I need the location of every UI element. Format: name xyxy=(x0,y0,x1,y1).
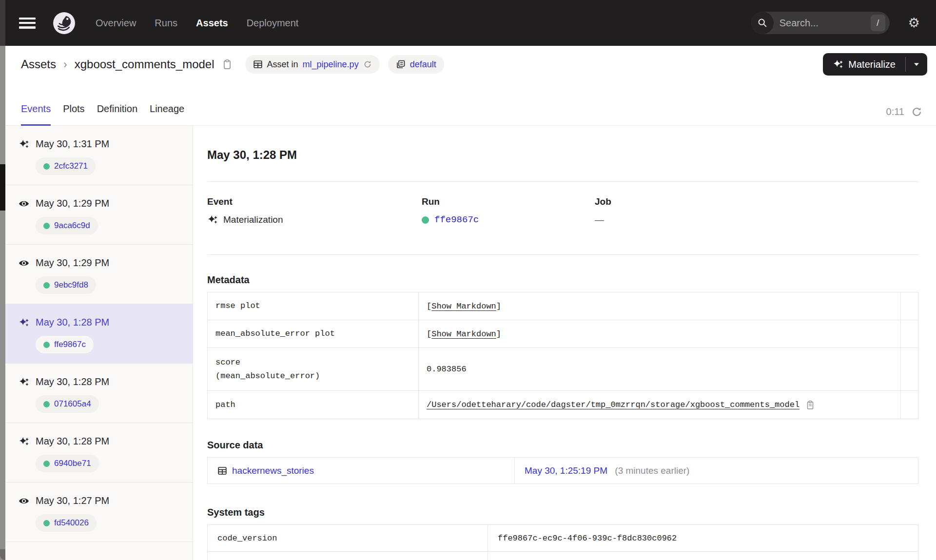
copy-asset-name-icon[interactable] xyxy=(222,59,233,70)
event-time: May 30, 1:28 PM xyxy=(36,436,109,447)
search-shortcut-key: / xyxy=(871,15,885,31)
observation-eye-icon xyxy=(19,496,29,506)
run-status-dot xyxy=(43,282,50,289)
search-icon xyxy=(751,12,774,34)
search-input[interactable] xyxy=(774,18,871,29)
run-status-dot xyxy=(43,461,50,467)
system-tags-heading: System tags xyxy=(207,507,918,518)
repo-default-link[interactable]: default xyxy=(410,59,436,70)
run-status-dot xyxy=(43,223,50,229)
tab-events[interactable]: Events xyxy=(21,103,51,126)
dagster-logo[interactable] xyxy=(52,11,76,35)
observation-eye-icon xyxy=(19,198,29,209)
metadata-table: rmse plot [Show Markdown] mean_absolute_… xyxy=(207,292,918,419)
source-data-heading: Source data xyxy=(207,440,918,451)
copy-path-icon[interactable] xyxy=(805,400,815,410)
asset-table-icon xyxy=(217,466,227,476)
show-markdown-link[interactable]: [Show Markdown] xyxy=(427,329,501,339)
event-list-item[interactable]: May 30, 1:28 PM 6940be71 xyxy=(5,423,193,483)
refresh-countdown: 0:11 xyxy=(886,106,904,117)
run-label: Run xyxy=(422,196,595,207)
refresh-icon[interactable] xyxy=(911,106,922,117)
pipeline-file-link[interactable]: ml_pipeline.py xyxy=(303,59,359,70)
asset-header: Assets › xgboost_comments_model Asset in… xyxy=(5,46,936,83)
nav-item-runs[interactable]: Runs xyxy=(155,18,177,29)
event-time: May 30, 1:28 PM xyxy=(36,317,109,328)
event-time: May 30, 1:28 PM xyxy=(36,376,109,387)
menu-icon[interactable] xyxy=(19,18,36,29)
show-markdown-link[interactable]: [Show Markdown] xyxy=(427,302,501,311)
event-time: May 30, 1:29 PM xyxy=(36,198,109,209)
event-label: Event xyxy=(207,196,422,207)
event-list-item[interactable]: May 30, 1:29 PM 9aca6c9d xyxy=(5,185,193,245)
metadata-key: mean_absolute_error plot xyxy=(208,320,419,348)
metadata-key: path xyxy=(208,391,419,419)
event-list-item[interactable]: May 30, 1:29 PM 9ebc9fd8 xyxy=(5,245,193,304)
dagster-asset-page: Overview Runs Assets Deployment / ⚙ Asse… xyxy=(0,0,936,560)
run-status-dot xyxy=(43,520,50,526)
search-bar[interactable]: / xyxy=(751,12,890,34)
settings-gear-icon[interactable]: ⚙ xyxy=(908,17,920,30)
materialize-dropdown-caret[interactable] xyxy=(906,53,927,76)
run-status-dot xyxy=(43,163,50,170)
system-tag-row-clipped xyxy=(208,552,918,560)
tab-lineage[interactable]: Lineage xyxy=(150,103,184,126)
run-badge[interactable]: 2cfc3271 xyxy=(36,157,96,175)
materialization-sparkle-icon xyxy=(19,317,29,328)
job-value: — xyxy=(595,214,604,225)
repo-icon xyxy=(396,59,406,69)
metadata-value: 0.983856 xyxy=(419,348,901,391)
tab-definition[interactable]: Definition xyxy=(97,103,137,126)
top-nav: Overview Runs Assets Deployment / ⚙ xyxy=(5,0,936,46)
run-badge[interactable]: 6940be71 xyxy=(36,455,99,472)
event-list-item[interactable]: May 30, 1:31 PM 2cfc3271 xyxy=(5,126,193,185)
metadata-key: rmse plot xyxy=(208,292,419,320)
event-time: May 30, 1:27 PM xyxy=(36,495,109,506)
system-tag-key: code_version xyxy=(208,525,488,552)
window-edge xyxy=(0,0,5,560)
metadata-key: score (mean_absolute_error) xyxy=(208,348,419,391)
tab-plots[interactable]: Plots xyxy=(63,103,84,126)
run-status-dot xyxy=(422,216,429,224)
observation-eye-icon xyxy=(19,258,29,269)
run-status-dot xyxy=(43,401,50,407)
nav-links: Overview Runs Assets Deployment xyxy=(96,18,298,29)
job-label: Job xyxy=(595,196,611,207)
nav-item-assets[interactable]: Assets xyxy=(196,18,228,29)
event-list-item[interactable]: May 30, 1:28 PM 071605a4 xyxy=(5,364,193,423)
source-relative-time: (3 minutes earlier) xyxy=(615,465,689,476)
nav-item-overview[interactable]: Overview xyxy=(96,18,136,29)
event-time: May 30, 1:31 PM xyxy=(36,138,109,150)
storage-path-link[interactable]: /Users/odetteharary/code/dagster/tmp_0mz… xyxy=(427,400,800,409)
run-status-dot xyxy=(43,342,50,348)
source-materialization-time-link[interactable]: May 30, 1:25:19 PM xyxy=(525,465,607,476)
page-title: xgboost_comments_model xyxy=(75,58,214,71)
reload-definitions-icon[interactable] xyxy=(363,60,372,69)
materialize-button[interactable]: Materialize xyxy=(823,53,927,76)
run-badge[interactable]: ffe9867c xyxy=(36,336,94,353)
source-data-table: hackernews_stories May 30, 1:25:19 PM (3… xyxy=(207,457,918,484)
system-tag-value: ffe9867c-ec9c-4f06-939c-f8dc830c0962 xyxy=(488,525,918,552)
metadata-heading: Metadata xyxy=(207,274,918,286)
source-asset-link[interactable]: hackernews_stories xyxy=(217,465,505,476)
run-badge[interactable]: 9aca6c9d xyxy=(36,217,98,234)
run-id-link[interactable]: ffe9867c xyxy=(434,214,479,225)
nav-item-deployment[interactable]: Deployment xyxy=(247,18,299,29)
run-badge[interactable]: fd540026 xyxy=(36,514,97,532)
breadcrumb-assets-link[interactable]: Assets xyxy=(21,58,56,71)
materialization-sparkle-icon xyxy=(19,139,29,150)
event-list-item[interactable]: May 30, 1:27 PM fd540026 xyxy=(5,483,193,542)
run-badge[interactable]: 9ebc9fd8 xyxy=(36,276,96,294)
event-list: May 30, 1:31 PM 2cfc3271 May 30, 1:29 PM… xyxy=(5,126,193,560)
tag-prefix: Asset in xyxy=(267,59,298,70)
run-badge[interactable]: 071605a4 xyxy=(36,395,99,413)
event-list-item-selected[interactable]: May 30, 1:28 PM ffe9867c xyxy=(5,304,193,364)
repo-location-tag[interactable]: default xyxy=(388,55,444,74)
materialization-sparkle-icon xyxy=(207,214,218,225)
event-detail-title: May 30, 1:28 PM xyxy=(207,148,918,162)
event-type-value: Materialization xyxy=(223,214,283,225)
asset-table-icon xyxy=(253,59,263,69)
tab-bar: Events Plots Definition Lineage 0:11 xyxy=(5,83,936,126)
asset-in-file-tag[interactable]: Asset in ml_pipeline.py xyxy=(245,55,380,74)
materialize-sparkle-icon xyxy=(833,59,843,70)
